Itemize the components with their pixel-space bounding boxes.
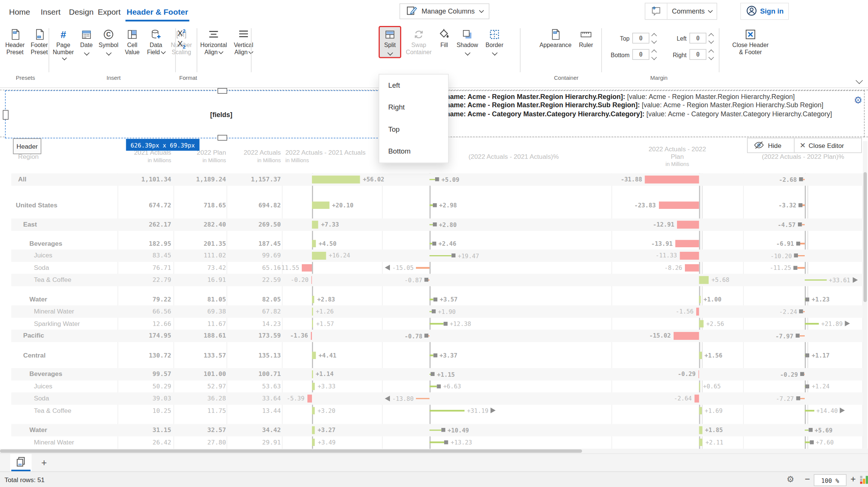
zoom-out-button[interactable]: − [805,472,810,487]
chevron-up-icon[interactable] [651,33,657,38]
chevron-down-icon[interactable] [708,54,714,60]
region-cell[interactable]: Beverages [29,368,62,380]
footer-preset-button[interactable]: FooterPreset [29,26,50,55]
margin-top-input[interactable]: 0 [633,33,649,44]
symbol-button[interactable]: CSymbol [98,26,119,55]
hide-button[interactable]: Hide [747,138,797,153]
page-tab[interactable] [10,454,32,472]
page-number-button[interactable]: #PageNumber [52,26,75,62]
region-cell[interactable]: Water [29,424,47,436]
margin-bottom-stepper[interactable] [652,50,656,59]
table-row[interactable]: Tea & Coffee10.2511.7513.44+3.20+31.19+1… [11,405,863,417]
settings-gear-icon[interactable]: ⚙ [787,474,794,484]
horizontal-scrollbar[interactable] [0,449,868,454]
close-editor-button[interactable]: ✕ Close Editor [794,138,862,153]
split-menu-item-left[interactable]: Left [379,75,448,97]
table-row[interactable]: Soda39.0336.2833.64-5.39-13.80-2.64-7.27 [11,393,863,405]
table-row[interactable]: United States674.72718.65694.82+20.10+2.… [11,199,863,211]
chevron-up-icon[interactable] [708,49,714,55]
table-row[interactable]: Water79.2281.0582.05+2.83+3.57+1.00+1.23 [11,293,863,305]
table-row[interactable]: Central130.72133.57135.13+4.41+3.37+1.56… [11,349,863,361]
region-cell[interactable]: Juices [34,380,52,392]
table-row[interactable]: Soda76.7173.4265.16-11.55-15.05-8.26-11.… [11,262,863,274]
region-cell[interactable]: Water [29,293,47,305]
region-cell[interactable]: East [23,219,37,231]
region-cell[interactable]: United States [16,199,57,211]
cell-value-button[interactable]: CellValue [122,26,142,55]
margin-right-input[interactable]: 0 [689,49,706,60]
split-menu-item-right[interactable]: Right [379,97,448,119]
chevron-up-icon[interactable] [651,49,657,55]
split-menu-item-top[interactable]: Top [379,119,448,141]
region-cell[interactable]: Sparkling Water [34,318,80,330]
resize-handle-bottom[interactable] [218,135,228,141]
manage-columns-button[interactable]: Manage Columns [400,3,490,19]
region-cell[interactable]: All [18,173,26,186]
table-row[interactable]: All1,101.341,189.241,157.37+56.02+5.09-3… [11,173,863,186]
appearance-button[interactable]: Appearance [538,26,573,48]
shadow-button[interactable]: Shadow [455,26,479,55]
table-row[interactable]: Pacific174.95188.61173.59-1.36-0.78-15.0… [11,330,863,342]
region-cell[interactable]: Tea & Coffee [34,274,71,286]
chevron-down-icon[interactable] [651,38,657,44]
region-cell[interactable]: Juices [34,250,52,262]
zoom-in-button[interactable]: + [851,472,856,487]
fill-button[interactable]: Fill [436,26,452,48]
table-row[interactable]: Tea & Coffee22.7916.9122.59-0.20-0.87+5.… [11,274,863,286]
table-row[interactable]: Juices83.45111.0299.69+16.24+19.47-11.33… [11,250,863,262]
region-cell[interactable]: Soda [34,262,49,274]
gear-icon[interactable]: ⚙ [854,96,862,105]
resize-handle-left[interactable] [3,110,9,120]
vertical-scrollbar-thumb[interactable] [863,172,867,302]
table-row[interactable]: Mineral Water26.4227.8029.91+3.49+13.23+… [11,436,863,448]
table-row[interactable]: East262.17282.40269.50+7.33+2.80-12.91-4… [11,219,863,231]
header-preset-button[interactable]: HeaderPreset [5,26,26,55]
region-cell[interactable]: Soda [34,393,49,405]
region-cell[interactable]: Mineral Water [34,436,74,448]
region-cell[interactable]: Mineral Water [34,306,74,318]
table-row[interactable]: Mineral Water66.5669.3867.82+1.26+1.90-1… [11,306,863,318]
column-header-2022-actuals: 2022 Actualsin Millions [227,149,281,164]
data-field-button[interactable]: DataField [146,26,166,55]
vertical-scrollbar[interactable] [863,141,868,449]
table-row[interactable]: Juices50.2952.9753.63+3.33+6.63+0.65+1.2… [11,380,863,392]
margin-bottom-input[interactable]: 0 [633,49,649,60]
add-page-button[interactable]: + [37,456,51,470]
value-cell: 133.57 [174,349,226,361]
sign-in-button[interactable]: Sign in [740,3,789,20]
horizontal-scrollbar-thumb[interactable] [0,449,582,453]
region-cell[interactable]: Pacific [23,330,44,342]
header-fields-container[interactable]: [fields] [5,90,438,138]
border-button[interactable]: Border [483,26,506,55]
comments-button[interactable]: Comments [645,3,717,20]
ruler-button[interactable]: Ruler [576,26,596,48]
chevron-down-icon[interactable] [708,38,714,44]
margin-right-stepper[interactable] [709,50,714,59]
margin-left-input[interactable]: 0 [689,33,706,44]
tab-header-footer[interactable]: Header & Footer [127,5,188,19]
region-cell[interactable]: Central [23,349,46,361]
vertical-align-button[interactable]: VerticalAlign [232,26,255,55]
chevron-up-icon[interactable] [708,33,714,38]
date-button[interactable]: Date [78,26,95,55]
margin-top-stepper[interactable] [652,33,656,43]
close-header-footer-button[interactable]: Close Header& Footer [725,26,776,55]
split-menu-item-bottom[interactable]: Bottom [379,141,448,163]
tab-insert[interactable]: Insert [41,5,61,19]
table-row[interactable]: Water31.1532.5734.42+3.27+10.49+1.85+5.6… [11,424,863,436]
chevron-down-icon[interactable] [651,54,657,60]
horizontal-align-button[interactable]: HorizontalAlign [199,26,228,55]
superscript-subscript-button[interactable]: X2X2 [177,26,186,49]
margin-left-stepper[interactable] [709,33,714,43]
region-cell[interactable]: Tea & Coffee [34,405,71,417]
tab-export[interactable]: Export [98,5,121,19]
region-cell[interactable]: Beverages [29,237,62,250]
header-bindings-container[interactable]: [name: Acme - Region Master.Region Hiera… [439,90,865,137]
table-row[interactable]: Beverages182.95201.35187.45+4.50+2.46-13… [11,237,863,250]
tab-design[interactable]: Design [69,5,93,19]
resize-handle-top[interactable] [218,88,228,94]
tab-home[interactable]: Home [9,5,30,19]
table-row[interactable]: Beverages99.57101.00100.71+1.14+1.15-0.2… [11,368,863,380]
table-row[interactable]: Sparkling Water12.6611.6714.23+1.57+12.3… [11,318,863,330]
split-button[interactable]: Split [379,26,401,58]
